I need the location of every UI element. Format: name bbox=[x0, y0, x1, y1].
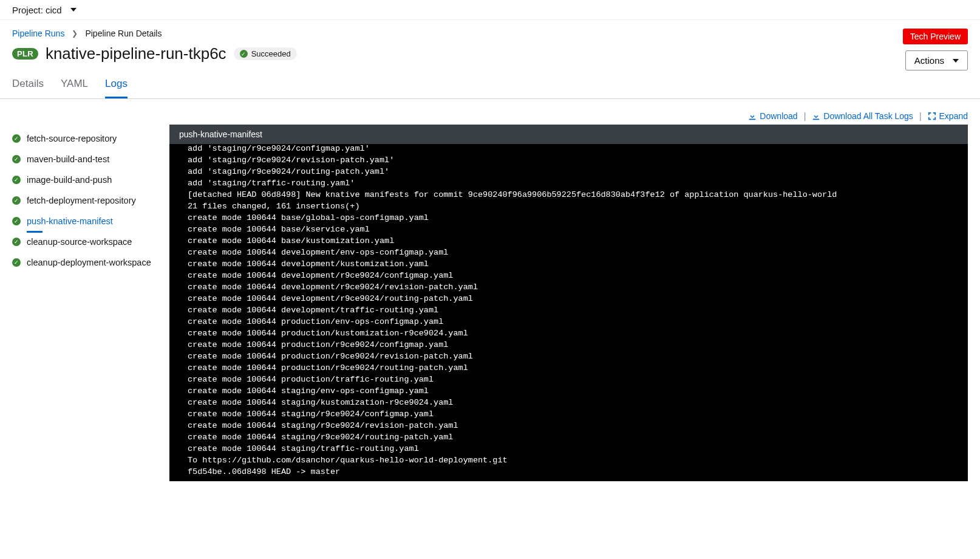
breadcrumb-current: Pipeline Run Details bbox=[85, 29, 162, 38]
top-bar: Project: cicd bbox=[0, 0, 980, 20]
download-label: Download bbox=[760, 111, 797, 121]
chevron-right-icon: ❯ bbox=[72, 29, 78, 38]
resource-badge: PLR bbox=[12, 48, 38, 60]
expand-link[interactable]: Expand bbox=[928, 111, 968, 121]
task-label: fetch-source-repository bbox=[27, 134, 117, 143]
task-label: image-build-and-push bbox=[27, 175, 112, 185]
tab-logs[interactable]: Logs bbox=[105, 73, 128, 98]
breadcrumb-parent-link[interactable]: Pipeline Runs bbox=[12, 29, 64, 38]
caret-down-icon bbox=[953, 59, 959, 63]
task-item-maven-build-and-test[interactable]: ✓maven-build-and-test bbox=[12, 149, 161, 170]
task-item-push-knative-manifest[interactable]: ✓push-knative-manifest bbox=[12, 211, 161, 231]
check-circle-icon: ✓ bbox=[12, 258, 21, 267]
task-label: push-knative-manifest bbox=[27, 216, 113, 226]
page-header: Pipeline Runs ❯ Pipeline Run Details PLR… bbox=[0, 20, 980, 99]
check-circle-icon: ✓ bbox=[12, 176, 21, 184]
check-circle-icon: ✓ bbox=[240, 50, 248, 58]
task-label: cleanup-deployment-workspace bbox=[27, 258, 151, 267]
project-label: Project: cicd bbox=[12, 5, 62, 15]
tab-yaml[interactable]: YAML bbox=[61, 73, 88, 98]
page-title: knative-pipeline-run-tkp6c bbox=[46, 44, 226, 63]
status-badge: ✓ Succeeded bbox=[234, 47, 297, 60]
check-circle-icon: ✓ bbox=[12, 196, 21, 205]
expand-label: Expand bbox=[939, 111, 968, 121]
actions-label: Actions bbox=[914, 55, 944, 66]
task-item-cleanup-deployment-workspace[interactable]: ✓cleanup-deployment-workspace bbox=[12, 252, 161, 273]
task-label: fetch-deployment-repository bbox=[27, 196, 136, 205]
download-icon bbox=[812, 112, 820, 120]
download-all-link[interactable]: Download All Task Logs bbox=[812, 111, 913, 121]
download-all-label: Download All Task Logs bbox=[823, 111, 913, 121]
project-selector[interactable]: Project: cicd bbox=[12, 5, 77, 15]
tabs: Details YAML Logs bbox=[12, 73, 968, 98]
separator: | bbox=[804, 111, 806, 121]
separator: | bbox=[919, 111, 922, 121]
tab-details[interactable]: Details bbox=[12, 73, 44, 98]
actions-dropdown[interactable]: Actions bbox=[905, 50, 968, 70]
log-actions: Download | Download All Task Logs | Expa… bbox=[169, 111, 968, 121]
caret-down-icon bbox=[70, 8, 77, 12]
log-pane: Download | Download All Task Logs | Expa… bbox=[169, 111, 968, 481]
check-circle-icon: ✓ bbox=[12, 238, 21, 246]
download-link[interactable]: Download bbox=[748, 111, 797, 121]
check-circle-icon: ✓ bbox=[12, 155, 21, 163]
download-icon bbox=[748, 112, 757, 120]
expand-icon bbox=[928, 112, 936, 120]
content-area: ✓fetch-source-repository✓maven-build-and… bbox=[0, 99, 980, 493]
log-body[interactable]: add 'staging/r9ce9024/configmap.yaml' ad… bbox=[169, 144, 968, 481]
log-header: push-knative-manifest bbox=[169, 125, 968, 144]
check-circle-icon: ✓ bbox=[12, 217, 21, 225]
task-item-cleanup-source-workspace[interactable]: ✓cleanup-source-workspace bbox=[12, 231, 161, 252]
breadcrumb: Pipeline Runs ❯ Pipeline Run Details bbox=[12, 29, 968, 38]
task-list: ✓fetch-source-repository✓maven-build-and… bbox=[12, 111, 161, 481]
status-text: Succeeded bbox=[251, 49, 291, 58]
task-label: maven-build-and-test bbox=[27, 154, 109, 164]
task-item-fetch-source-repository[interactable]: ✓fetch-source-repository bbox=[12, 128, 161, 149]
task-item-fetch-deployment-repository[interactable]: ✓fetch-deployment-repository bbox=[12, 190, 161, 211]
tech-preview-badge[interactable]: Tech Preview bbox=[903, 29, 968, 44]
task-label: cleanup-source-workspace bbox=[27, 237, 132, 247]
title-row: PLR knative-pipeline-run-tkp6c ✓ Succeed… bbox=[12, 44, 968, 63]
task-item-image-build-and-push[interactable]: ✓image-build-and-push bbox=[12, 170, 161, 190]
log-body-wrapper: add 'staging/r9ce9024/configmap.yaml' ad… bbox=[169, 144, 968, 481]
check-circle-icon: ✓ bbox=[12, 134, 21, 143]
